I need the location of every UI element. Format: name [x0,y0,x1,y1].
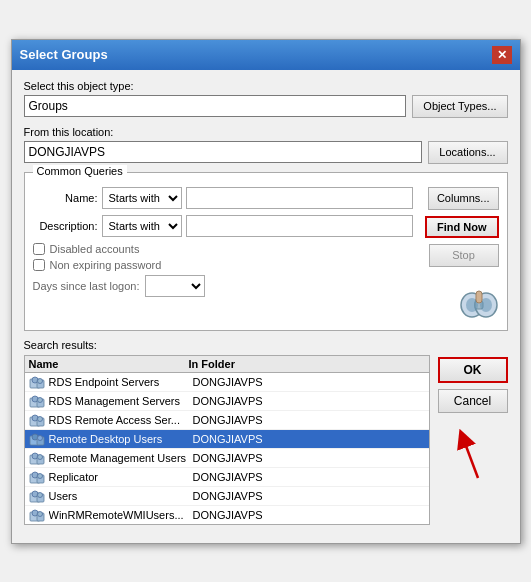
svg-point-25 [37,416,42,421]
item-folder: DONGJIAVPS [193,471,425,483]
item-name: Remote Desktop Users [49,433,193,445]
results-list[interactable]: Name In Folder Power UsersDONGJIAVPSPrin… [24,355,430,525]
svg-point-29 [37,435,42,440]
svg-line-46 [463,438,478,478]
column-name: Name [29,358,189,370]
svg-point-21 [37,397,42,402]
list-item[interactable]: RDS Remote Access Ser...DONGJIAVPS [25,411,429,430]
non-expiring-checkbox[interactable] [33,259,45,271]
group-icon [29,375,45,389]
disabled-accounts-label: Disabled accounts [50,243,140,255]
location-label: From this location: [24,126,508,138]
days-row: Days since last logon: [33,275,413,297]
group-icon [29,470,45,484]
find-now-button[interactable]: Find Now [425,216,499,238]
days-select[interactable] [145,275,205,297]
object-type-row: Object Types... [24,95,508,118]
queries-inner: Name: Starts with Is exactly Description… [33,187,499,322]
svg-point-45 [37,511,42,516]
group-icon [29,394,45,408]
select-groups-dialog: Select Groups ✕ Select this object type:… [11,39,521,544]
item-name: Remote Management Users [49,452,193,464]
list-item[interactable]: WinRMRemoteWMIUsers...DONGJIAVPS [25,506,429,525]
stop-button[interactable]: Stop [429,244,499,267]
item-name: Replicator [49,471,193,483]
svg-point-33 [37,454,42,459]
title-bar: Select Groups ✕ [12,40,520,70]
location-input[interactable] [24,141,422,163]
item-folder: DONGJIAVPS [193,395,425,407]
item-name: WinRMRemoteWMIUsers... [49,509,193,521]
dialog-title: Select Groups [20,47,108,62]
item-name: RDS Endpoint Servers [49,376,193,388]
queries-right: Columns... Find Now Stop [419,187,499,322]
name-query-row: Name: Starts with Is exactly [33,187,413,209]
list-item[interactable]: RDS Endpoint ServersDONGJIAVPS [25,373,429,392]
list-item[interactable]: ReplicatorDONGJIAVPS [25,468,429,487]
group-icon [29,413,45,427]
cancel-button[interactable]: Cancel [438,389,508,413]
queries-left: Name: Starts with Is exactly Description… [33,187,413,322]
list-item[interactable]: Remote Desktop UsersDONGJIAVPS [25,430,429,449]
item-folder: DONGJIAVPS [193,414,425,426]
columns-button[interactable]: Columns... [428,187,499,210]
list-item[interactable]: UsersDONGJIAVPS [25,487,429,506]
svg-point-41 [37,492,42,497]
location-row: Locations... [24,141,508,164]
name-filter-select[interactable]: Starts with Is exactly [102,187,182,209]
disabled-accounts-checkbox[interactable] [33,243,45,255]
list-item[interactable]: RDS Management ServersDONGJIAVPS [25,392,429,411]
item-name: RDS Remote Access Ser... [49,414,193,426]
non-expiring-label: Non expiring password [50,259,162,271]
object-types-button[interactable]: Object Types... [412,95,507,118]
search-results-label: Search results: [24,339,430,351]
item-folder: DONGJIAVPS [193,490,425,502]
svg-point-17 [37,378,42,383]
item-folder: DONGJIAVPS [193,433,425,445]
svg-point-37 [37,473,42,478]
group-icon [29,432,45,446]
common-queries-title: Common Queries [33,165,127,177]
svg-rect-5 [476,291,482,303]
item-name: Users [49,490,193,502]
common-queries-groupbox: Common Queries Name: Starts with Is exac… [24,172,508,331]
non-expiring-row: Non expiring password [33,259,413,271]
desc-filter-select[interactable]: Starts with Is exactly [102,215,182,237]
arrow-ok-icon [443,423,503,483]
locations-button[interactable]: Locations... [428,141,508,164]
group-icon [29,489,45,503]
list-item[interactable]: Remote Management UsersDONGJIAVPS [25,449,429,468]
object-type-input[interactable] [24,95,407,117]
close-button[interactable]: ✕ [492,46,512,64]
bottom-section: Search results: Name In Folder Power Use… [24,339,508,525]
disabled-accounts-row: Disabled accounts [33,243,413,255]
binoculars-icon [459,283,499,319]
ok-cancel-area: OK Cancel [438,339,508,483]
object-type-label: Select this object type: [24,80,508,92]
item-name: RDS Management Servers [49,395,193,407]
item-folder: DONGJIAVPS [193,376,425,388]
desc-query-row: Description: Starts with Is exactly [33,215,413,237]
item-folder: DONGJIAVPS [193,509,425,521]
desc-label: Description: [33,220,98,232]
name-label: Name: [33,192,98,204]
group-icon [29,508,45,522]
item-folder: DONGJIAVPS [193,452,425,464]
results-area: Search results: Name In Folder Power Use… [24,339,430,525]
dialog-body: Select this object type: Object Types...… [12,70,520,543]
days-label: Days since last logon: [33,280,140,292]
list-header: Name In Folder [25,356,429,373]
ok-button[interactable]: OK [438,357,508,383]
column-folder: In Folder [189,358,425,370]
search-icon-area [459,283,499,322]
group-icon [29,451,45,465]
name-value-input[interactable] [186,187,413,209]
desc-value-input[interactable] [186,215,413,237]
